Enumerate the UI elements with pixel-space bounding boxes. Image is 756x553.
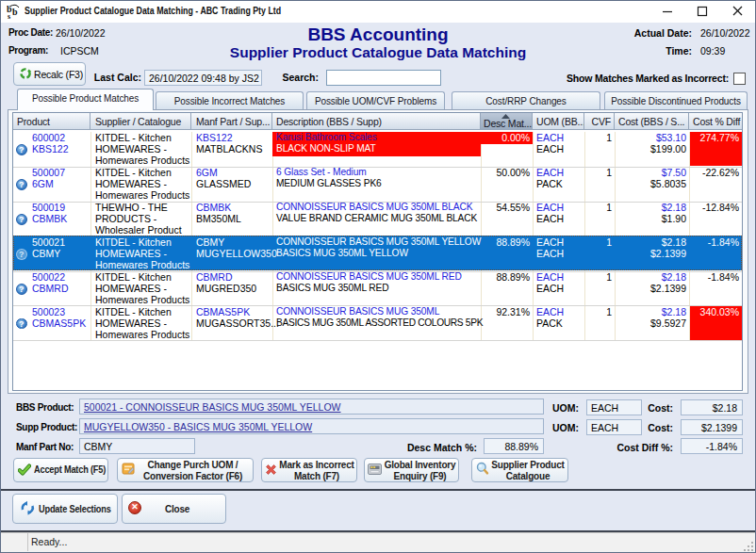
svg-text:s: s bbox=[8, 12, 10, 20]
svg-text:b: b bbox=[12, 7, 18, 17]
